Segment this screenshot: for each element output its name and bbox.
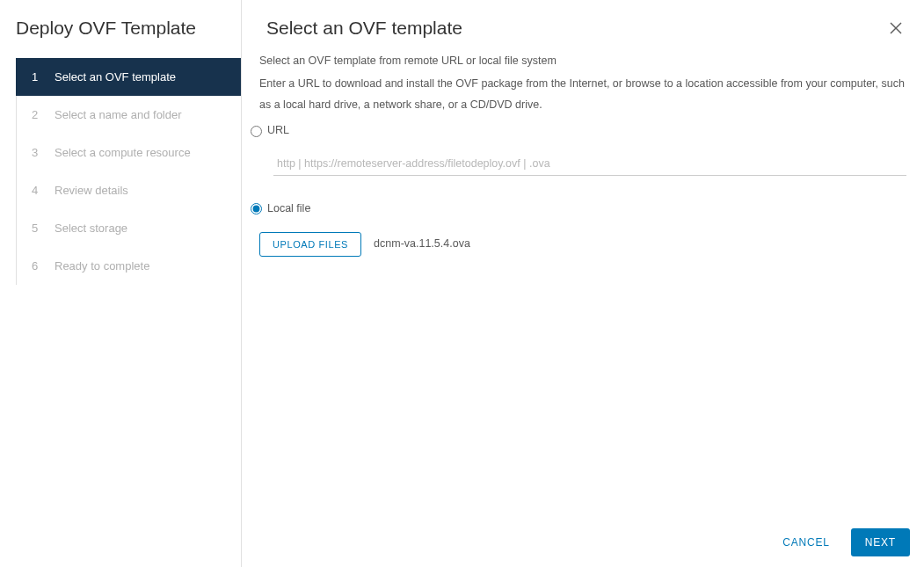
local-file-radio-row: Local file	[251, 199, 906, 220]
cancel-button[interactable]: CANCEL	[777, 529, 834, 556]
main-header: Select an OVF template	[242, 0, 924, 42]
file-upload-row: UPLOAD FILES dcnm-va.11.5.4.ova	[259, 232, 906, 257]
main-content: Select an OVF template Select an OVF tem…	[242, 0, 924, 567]
step-select-compute-resource[interactable]: 3 Select a compute resource	[16, 134, 241, 171]
step-ready-to-complete[interactable]: 6 Ready to complete	[16, 247, 241, 285]
step-label: Select an OVF template	[55, 70, 176, 84]
step-review-details[interactable]: 4 Review details	[16, 171, 241, 209]
url-input[interactable]	[273, 152, 906, 176]
url-radio[interactable]	[251, 126, 262, 137]
local-file-radio-label: Local file	[267, 199, 310, 220]
page-title: Select an OVF template	[266, 18, 462, 39]
step-number: 6	[32, 259, 44, 273]
close-icon[interactable]	[885, 18, 906, 42]
upload-files-button[interactable]: UPLOAD FILES	[259, 232, 361, 257]
source-radio-group: URL Local file UPLOAD FILES dcnm-va.11.5…	[259, 120, 906, 257]
wizard-title: Deploy OVF Template	[0, 18, 241, 58]
page-description: Enter a URL to download and install the …	[259, 74, 906, 116]
step-number: 2	[32, 108, 44, 121]
step-label: Select a compute resource	[55, 146, 191, 159]
step-select-storage[interactable]: 5 Select storage	[16, 209, 241, 247]
step-number: 1	[32, 70, 44, 84]
main-body: Select an OVF template from remote URL o…	[242, 42, 924, 257]
step-label: Select a name and folder	[55, 108, 182, 121]
wizard-steps: 1 Select an OVF template 2 Select a name…	[16, 58, 241, 285]
step-number: 3	[32, 146, 44, 159]
url-radio-label: URL	[267, 120, 289, 142]
page-subtitle: Select an OVF template from remote URL o…	[259, 51, 906, 72]
step-number: 4	[32, 184, 44, 197]
wizard-footer: CANCEL NEXT	[777, 528, 910, 556]
step-select-ovf-template[interactable]: 1 Select an OVF template	[16, 58, 241, 96]
step-number: 5	[32, 222, 44, 235]
local-file-radio[interactable]	[251, 203, 262, 214]
wizard-sidebar: Deploy OVF Template 1 Select an OVF temp…	[0, 0, 242, 567]
next-button[interactable]: NEXT	[851, 528, 910, 556]
step-label: Review details	[55, 184, 128, 197]
step-label: Select storage	[55, 222, 127, 235]
selected-file-name: dcnm-va.11.5.4.ova	[374, 234, 470, 255]
step-select-name-folder[interactable]: 2 Select a name and folder	[16, 96, 241, 134]
url-radio-row: URL	[251, 120, 906, 142]
step-label: Ready to complete	[55, 259, 149, 273]
